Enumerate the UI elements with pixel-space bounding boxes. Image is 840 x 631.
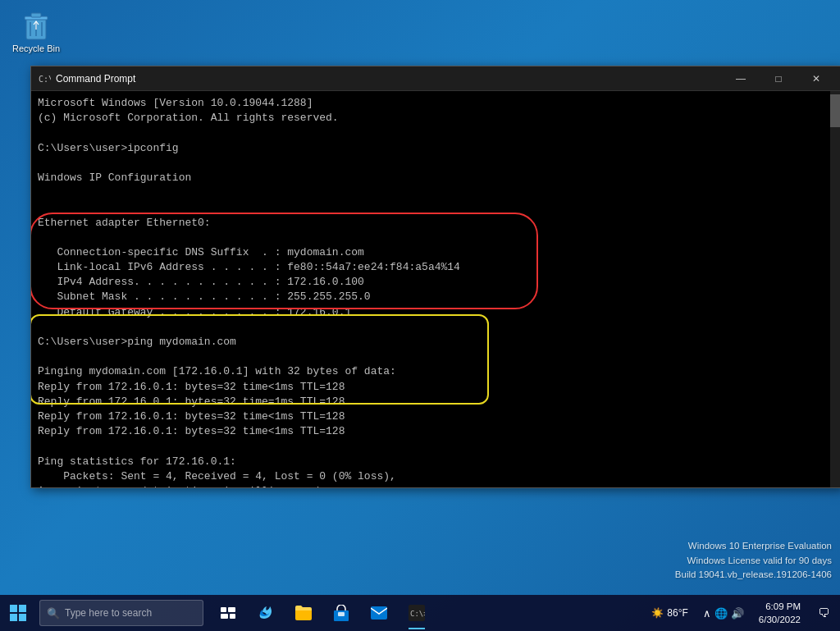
chevron-up-icon[interactable]: ∧: [703, 607, 711, 620]
cmd-titlebar: C:\ Command Prompt — □ ✕: [31, 66, 840, 91]
desktop: Recycle Bin C:\ Command Prompt — □ ✕ Mic…: [0, 0, 840, 631]
svg-rect-16: [295, 609, 312, 620]
cmd-line-5: [38, 156, 822, 171]
system-tray[interactable]: ∧ 🌐 🔊: [698, 607, 749, 620]
cmd-line-24: [38, 439, 822, 454]
edge-button[interactable]: [248, 595, 284, 631]
cmd-line-18: [38, 350, 822, 364]
cmd-line-2: (c) Microsoft Corporation. All rights re…: [38, 111, 822, 126]
store-icon: [333, 605, 349, 621]
svg-rect-9: [19, 605, 26, 612]
cmd-line-25: Ping statistics for 172.16.0.1:: [38, 455, 822, 469]
taskbar-weather[interactable]: ☀️ 86°F: [645, 607, 694, 619]
close-button[interactable]: ✕: [797, 66, 835, 91]
weather-icon: ☀️: [651, 607, 664, 619]
taskbar: 🔍 Type here to search: [0, 595, 840, 631]
svg-rect-14: [221, 614, 228, 619]
cmd-line-7: [38, 185, 822, 200]
cmd-line-3: [38, 126, 822, 140]
svg-rect-13: [228, 607, 235, 612]
cmd-line-12: Link-local IPv6 Address . . . . . : fe80…: [38, 260, 822, 275]
taskbar-right: ☀️ 86°F ∧ 🌐 🔊 6:09 PM 6/30/2022 🗨: [645, 595, 840, 631]
recycle-bin-label: Recycle Bin: [12, 43, 60, 53]
svg-rect-11: [19, 614, 26, 621]
svg-rect-10: [10, 614, 17, 621]
svg-text:C:\>_: C:\>_: [410, 610, 425, 618]
cmd-window-icon: C:\: [38, 72, 51, 85]
taskbar-clock[interactable]: 6:09 PM 6/30/2022: [752, 600, 807, 626]
watermark: Windows 10 Enterprise Evaluation Windows…: [675, 539, 832, 582]
cmd-taskbar-button[interactable]: C:\>_: [399, 595, 435, 631]
cmd-line-8: [38, 200, 822, 215]
cmd-scrollbar-thumb[interactable]: [830, 94, 840, 127]
cmd-window: C:\ Command Prompt — □ ✕ Microsoft Windo…: [30, 66, 840, 488]
file-explorer-button[interactable]: [285, 595, 322, 631]
svg-rect-2: [31, 13, 41, 17]
watermark-line3: Build 19041.vb_release.191206-1406: [675, 568, 832, 582]
edge-icon: [258, 605, 274, 621]
cmd-line-20: Reply from 172.16.0.1: bytes=32 time<1ms…: [38, 380, 822, 395]
start-button[interactable]: [0, 595, 36, 631]
cmd-line-14: Subnet Mask . . . . . . . . . . . : 255.…: [38, 290, 822, 304]
volume-icon[interactable]: 🔊: [731, 607, 744, 620]
taskbar-time: 6:09 PM: [765, 600, 801, 613]
watermark-line1: Windows 10 Enterprise Evaluation: [675, 539, 832, 553]
cmd-line-22: Reply from 172.16.0.1: bytes=32 time<1ms…: [38, 409, 822, 424]
task-view-icon: [221, 607, 235, 619]
mail-icon: [371, 606, 387, 620]
cmd-body[interactable]: Microsoft Windows [Version 10.0.19044.12…: [31, 91, 840, 487]
minimize-button[interactable]: —: [722, 66, 760, 91]
search-placeholder: Type here to search: [65, 607, 152, 619]
svg-rect-18: [338, 612, 345, 616]
svg-rect-19: [371, 606, 387, 620]
notification-icon: 🗨: [818, 606, 829, 620]
cmd-line-15: Default Gateway . . . . . . . . . : 172.…: [38, 305, 822, 320]
weather-temp: 86°F: [667, 607, 687, 619]
maximize-button[interactable]: □: [760, 66, 797, 91]
notification-center-button[interactable]: 🗨: [810, 595, 837, 631]
cmd-line-17: C:\Users\user>ping mydomain.com: [38, 335, 822, 350]
cmd-line-19: Pinging mydomain.com [172.16.0.1] with 3…: [38, 364, 822, 379]
cmd-line-21: Reply from 172.16.0.1: bytes=32 time=1ms…: [38, 395, 822, 409]
svg-rect-15: [230, 614, 235, 619]
cmd-scrollbar[interactable]: [830, 91, 840, 487]
cmd-line-10: [38, 231, 822, 245]
taskbar-search[interactable]: 🔍 Type here to search: [39, 600, 203, 626]
cmd-line-16: [38, 320, 822, 335]
search-icon: 🔍: [47, 607, 60, 620]
store-button[interactable]: [323, 595, 359, 631]
cmd-line-9: Ethernet adapter Ethernet0:: [38, 216, 822, 231]
cmd-line-11: Connection-specific DNS Suffix . : mydom…: [38, 245, 822, 260]
svg-rect-12: [221, 607, 226, 612]
svg-text:C:\: C:\: [39, 75, 51, 84]
cmd-title-text: Command Prompt: [56, 73, 722, 85]
cmd-line-4: C:\Users\user>ipconfig: [38, 141, 822, 156]
cmd-line-13: IPv4 Address. . . . . . . . . . . : 172.…: [38, 275, 822, 290]
cmd-line-27: Approximate round trip times in milli-se…: [38, 484, 822, 487]
cmd-line-1: Microsoft Windows [Version 10.0.19044.12…: [38, 96, 822, 111]
taskbar-items: C:\>_: [210, 595, 645, 631]
taskbar-date: 6/30/2022: [759, 613, 801, 626]
mail-button[interactable]: [361, 595, 397, 631]
svg-rect-8: [10, 605, 17, 612]
cmd-line-6: Windows IP Configuration: [38, 171, 822, 185]
task-view-button[interactable]: [210, 595, 246, 631]
cmd-window-controls: — □ ✕: [722, 66, 835, 91]
windows-logo-icon: [9, 604, 27, 622]
cmd-line-23: Reply from 172.16.0.1: bytes=32 time<1ms…: [38, 424, 822, 439]
file-explorer-icon: [295, 606, 312, 620]
cmd-line-26: Packets: Sent = 4, Received = 4, Lost = …: [38, 469, 822, 484]
cmd-content: Microsoft Windows [Version 10.0.19044.12…: [38, 96, 835, 487]
recycle-bin-icon[interactable]: Recycle Bin: [11, 8, 61, 53]
cmd-taskbar-icon: C:\>_: [409, 605, 425, 621]
watermark-line2: Windows License valid for 90 days: [675, 554, 832, 568]
network-icon[interactable]: 🌐: [714, 607, 728, 620]
